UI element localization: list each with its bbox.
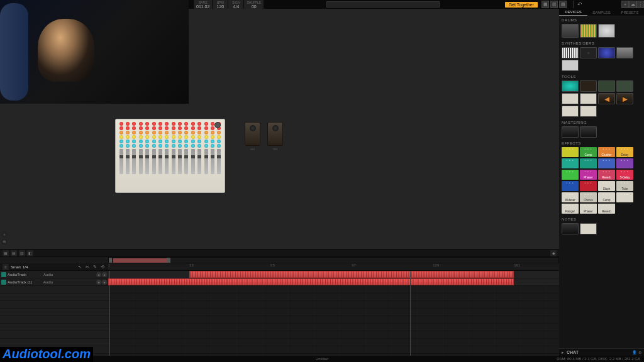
mixer-knob[interactable] — [132, 144, 136, 148]
tool-device-10[interactable] — [580, 106, 597, 117]
mixer-knob[interactable] — [158, 126, 162, 130]
transport-sign[interactable]: SIGN 4/4 — [228, 0, 243, 9]
mixer-knob[interactable] — [204, 131, 208, 134]
effect-device-Widener[interactable]: Widener — [562, 192, 579, 202]
mixer-knob[interactable] — [132, 140, 136, 143]
mixer-knob[interactable] — [158, 131, 162, 134]
mixer-fader[interactable] — [165, 149, 169, 174]
mixer-fader[interactable] — [197, 149, 201, 174]
mastering-device-1[interactable] — [562, 126, 579, 138]
tl-view-1-icon[interactable]: ▦ — [3, 250, 9, 256]
loop-tool-icon[interactable]: ⟲ — [99, 264, 106, 270]
drum-device-2[interactable] — [580, 24, 597, 38]
mixer-knob[interactable] — [191, 126, 195, 130]
mixer-knob[interactable] — [145, 131, 149, 134]
track-header[interactable]: AudioTrack Audio ● ● — [0, 271, 108, 278]
track-color-icon[interactable] — [1, 280, 6, 285]
effect-device-Reverb[interactable]: Reverb — [598, 170, 615, 180]
mixer-knob[interactable] — [178, 140, 182, 143]
add-icon[interactable]: + — [621, 1, 629, 8]
tool-device-tape-r[interactable] — [616, 93, 633, 104]
mixer-knob[interactable] — [139, 135, 143, 139]
timeline-ruler[interactable]: 1336597129161 — [108, 263, 559, 270]
mixer-knob[interactable] — [178, 122, 182, 126]
mixer-knob[interactable] — [139, 131, 143, 134]
mixer-fader[interactable] — [119, 149, 123, 174]
mixer-fader[interactable] — [184, 149, 188, 174]
mixer-knob[interactable] — [184, 135, 188, 139]
mixer-knob[interactable] — [191, 135, 195, 139]
transport-bpm[interactable]: BPM 120 — [213, 0, 228, 9]
mixer-knob[interactable] — [204, 135, 208, 139]
mixer-knob[interactable] — [126, 131, 130, 134]
chat-settings-icon[interactable]: ⚙ — [638, 350, 641, 354]
mixer-knob[interactable] — [197, 126, 201, 130]
mixer-knob[interactable] — [204, 140, 208, 143]
mixer-knob[interactable] — [178, 126, 182, 130]
track-name[interactable]: AudioTrack (1) — [8, 280, 42, 284]
tool-device-tape-l[interactable] — [598, 93, 615, 104]
effect-device-Chorus[interactable]: Chorus — [580, 192, 597, 202]
tab-samples[interactable]: SAMPLES — [587, 9, 616, 16]
mixer-knob[interactable] — [119, 140, 123, 143]
mixer-knob[interactable] — [152, 135, 156, 139]
effect-device-item[interactable] — [580, 181, 597, 191]
playhead[interactable] — [109, 271, 109, 356]
mixer-knob[interactable] — [197, 140, 201, 143]
synth-device-5[interactable] — [562, 60, 579, 71]
mixer-knob[interactable] — [165, 140, 169, 143]
tl-view-2-icon[interactable]: ▤ — [11, 250, 17, 256]
mixer-knob[interactable] — [158, 144, 162, 148]
effect-device-item[interactable] — [616, 158, 633, 168]
track-name[interactable]: AudioTrack — [8, 273, 42, 277]
chat-users-icon[interactable]: 👤 — [632, 350, 636, 354]
mixer-knob[interactable] — [197, 131, 201, 134]
mixer-fader[interactable] — [152, 149, 156, 174]
mixer-knob[interactable] — [132, 131, 136, 134]
mixer-knob[interactable] — [139, 140, 143, 143]
mixer-knob[interactable] — [178, 135, 182, 139]
effect-device-Phaser[interactable]: Phaser — [580, 170, 597, 180]
mixer-knob[interactable] — [172, 126, 175, 130]
mixer-knob[interactable] — [152, 126, 156, 130]
effect-device-Slope[interactable]: Slope — [598, 181, 615, 191]
track-mute-button[interactable]: ● — [96, 272, 101, 277]
mixer-knob[interactable] — [119, 126, 123, 130]
note-device-2[interactable] — [580, 223, 597, 234]
mixer-knob[interactable] — [126, 126, 130, 130]
mixer-knob[interactable] — [145, 144, 149, 148]
mixer-knob[interactable] — [152, 140, 156, 143]
mixer-knob[interactable] — [197, 135, 201, 139]
mixer-knob[interactable] — [184, 140, 188, 143]
mixer-knob[interactable] — [197, 122, 201, 126]
mixer-knob[interactable] — [139, 144, 143, 148]
tool-device-3[interactable] — [598, 80, 615, 92]
tool-device-9[interactable] — [562, 106, 579, 117]
effect-device-Flanger[interactable]: Flanger — [562, 204, 579, 214]
drum-device-1[interactable] — [562, 24, 579, 38]
mixer-knob[interactable] — [172, 135, 175, 139]
tool-device-2[interactable] — [580, 80, 597, 92]
undo-icon[interactable]: ↶ — [576, 1, 584, 8]
mixer-knob[interactable] — [197, 144, 201, 148]
mixer-knob[interactable] — [152, 131, 156, 134]
tl-view-3-icon[interactable]: ▥ — [19, 250, 25, 256]
pointer-tool-icon[interactable]: ↖ — [77, 264, 83, 270]
effect-device-Comp[interactable]: Comp — [580, 147, 597, 157]
tab-presets[interactable]: PRESETS — [616, 9, 644, 16]
mixer-knob[interactable] — [145, 135, 149, 139]
tool-device-5[interactable] — [562, 93, 579, 104]
mixer-knob[interactable] — [132, 122, 136, 126]
mixer-knob[interactable] — [184, 144, 188, 148]
effect-device-Delay[interactable]: Delay — [616, 147, 633, 157]
mixer-fader[interactable] — [126, 149, 130, 174]
mixer-knob[interactable] — [145, 122, 149, 126]
tab-devices[interactable]: DEVICES — [559, 9, 587, 16]
tl-view-4-icon[interactable]: ◧ — [27, 250, 33, 256]
mixer-knob[interactable] — [165, 135, 169, 139]
chat-bar[interactable]: ▸ CHAT 👤 ⚙ — [559, 348, 644, 356]
mixer-fader[interactable] — [158, 149, 162, 174]
mixer-knob[interactable] — [119, 131, 123, 134]
mixer-knob[interactable] — [158, 135, 162, 139]
effect-device-item[interactable] — [580, 158, 597, 168]
